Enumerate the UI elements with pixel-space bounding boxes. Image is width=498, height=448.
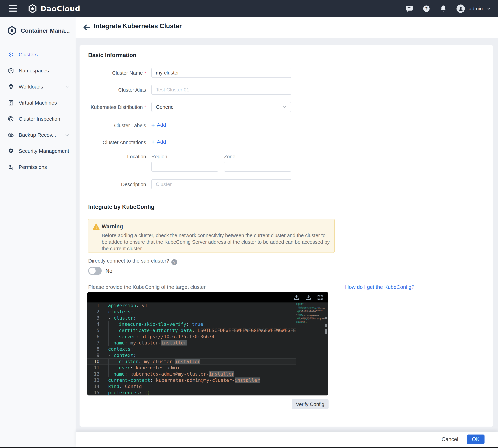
sidebar-item-workloads[interactable]: Workloads: [0, 79, 76, 95]
kubeconfig-code-editor[interactable]: 1apiVersion: v12clusters:3- cluster:4ins…: [87, 292, 328, 396]
sidebar: Container Mana... ClustersNamespacesWork…: [0, 17, 76, 448]
editor-minimap[interactable]: apiVersion: v1clusters:- cluster:insecur…: [296, 303, 325, 396]
menu-hamburger-icon[interactable]: [9, 5, 17, 12]
line-number: 7: [87, 340, 100, 346]
add-cluster-annotation-button[interactable]: +Add: [151, 139, 166, 145]
upload-icon[interactable]: [293, 294, 300, 301]
sidebar-item-clusters[interactable]: Clusters: [0, 47, 76, 63]
minimap-line: certificate-authority-data: LS0TLSCFDFWE…: [296, 308, 325, 309]
warning-alert: Warning Before adding a cluster, check t…: [88, 219, 335, 253]
add-cluster-label-button[interactable]: +Add: [151, 122, 166, 128]
kubernetes-distribution-select[interactable]: Generic: [151, 102, 291, 112]
code-line-8[interactable]: 8contexts:: [87, 346, 296, 352]
virtual-machines-icon: [8, 99, 14, 106]
sidebar-divider: [5, 43, 71, 43]
backup-recovery-icon: [8, 132, 14, 138]
sidebar-item-cluster-inspection[interactable]: Cluster Inspection: [0, 111, 76, 127]
code-area[interactable]: 1apiVersion: v12clusters:3- cluster:4ins…: [87, 303, 328, 396]
minimap-line: kind: Config: [296, 320, 325, 322]
code-text: name: kubernetes-admin@my-cluster-instal…: [108, 371, 234, 377]
code-line-14[interactable]: 14kind: Config: [87, 383, 296, 390]
minimap-line: contexts:: [296, 312, 325, 314]
code-line-2[interactable]: 2clusters:: [87, 309, 296, 315]
zone-input[interactable]: [224, 162, 291, 172]
code-line-4[interactable]: 4insecure-skip-tls-verify: true: [87, 321, 296, 327]
help-circle-icon[interactable]: ?: [171, 259, 177, 265]
line-number: 14: [87, 383, 100, 390]
code-text: current-context: kubernetes-admin@my-clu…: [108, 377, 260, 383]
sidebar-item-label: Permissions: [19, 164, 47, 170]
username: admin: [469, 6, 483, 12]
code-line-5[interactable]: 5certificate-authority-data: LS0TLSCFDFW…: [87, 327, 296, 334]
kubeconfig-provide-label: Please provide the KubeConfig of the tar…: [88, 284, 206, 290]
sidebar-item-label: Cluster Inspection: [19, 116, 60, 122]
indent-guide: [108, 365, 109, 371]
code-line-1[interactable]: 1apiVersion: v1: [87, 303, 296, 309]
line-number: 1: [87, 303, 100, 309]
verify-config-button[interactable]: Verify Config: [292, 399, 329, 409]
cluster-name-input[interactable]: [151, 68, 291, 78]
minimap-line: preferences: {}: [296, 322, 325, 323]
download-icon[interactable]: [305, 294, 312, 301]
minimap-line: clusters:: [296, 304, 325, 305]
brand-logo[interactable]: DaoCloud: [28, 4, 80, 14]
direct-connect-toggle[interactable]: [88, 267, 102, 275]
minimap-line: name: my-cluster-installer: [296, 311, 325, 312]
ok-button[interactable]: OK: [467, 434, 484, 444]
code-line-13[interactable]: 13current-context: kubernetes-admin@my-c…: [87, 377, 296, 383]
code-line-3[interactable]: 3- cluster:: [87, 315, 296, 321]
code-line-7[interactable]: 7name: my-cluster-installer: [87, 340, 296, 346]
toggle-state-label: No: [105, 268, 112, 274]
line-number: 12: [87, 371, 100, 377]
code-line-12[interactable]: 12name: kubernetes-admin@my-cluster-inst…: [87, 371, 296, 377]
code-text: certificate-authority-data: LS0TLSCFDFWE…: [108, 327, 296, 334]
fullscreen-icon[interactable]: [317, 294, 323, 301]
messages-icon[interactable]: [406, 5, 413, 13]
user-menu[interactable]: admin: [456, 4, 491, 13]
required-asterisk: *: [144, 104, 146, 110]
cluster-alias-input[interactable]: [151, 85, 291, 95]
chevron-down-icon: [65, 133, 69, 137]
code-line-6[interactable]: 6server: https://10.6.175.130:36674: [87, 334, 296, 340]
help-icon[interactable]: ?: [423, 5, 430, 13]
sidebar-item-virtual-machines[interactable]: Virtual Machines: [0, 95, 76, 111]
notifications-bell-icon[interactable]: [440, 5, 447, 13]
kubeconfig-help-link[interactable]: How do I get the KubeConfig?: [345, 284, 414, 290]
sidebar-item-label: Workloads: [19, 84, 43, 90]
region-input[interactable]: [151, 162, 218, 172]
action-footer: Cancel OK: [76, 432, 498, 447]
minimap-line: name: kubernetes-admin@my-cluster-instal…: [296, 318, 325, 319]
code-line-11[interactable]: 11user: kubernetes-admin: [87, 365, 296, 371]
description-input[interactable]: [151, 179, 291, 189]
sidebar-item-backup-recov[interactable]: Backup Recov...: [0, 127, 76, 143]
cluster-name-label: Cluster Name*: [80, 70, 146, 76]
region-label: Region: [151, 154, 167, 160]
sidebar-item-label: Virtual Machines: [19, 100, 57, 106]
minimap-line: server: https://10.6.175.130:36674: [296, 309, 325, 311]
clusters-icon: [8, 51, 14, 58]
sidebar-item-security-management[interactable]: Security Management: [0, 143, 76, 159]
code-line-15[interactable]: 15preferences: {}: [87, 390, 296, 396]
description-label: Description: [80, 182, 146, 187]
cancel-button[interactable]: Cancel: [442, 435, 458, 444]
back-arrow-icon[interactable]: [82, 23, 91, 32]
code-line-9[interactable]: 9- context:: [87, 352, 296, 358]
chevron-down-icon: [487, 6, 491, 11]
editor-toolbar: [87, 292, 328, 303]
line-number: 5: [87, 327, 100, 334]
scrollbar-mark: [325, 329, 327, 334]
product-switcher[interactable]: Container Mana...: [0, 17, 76, 36]
kubernetes-distribution-label: Kubernetes Distribution*: [80, 104, 146, 110]
indent-guide: [108, 321, 109, 327]
code-text: name: my-cluster-installer: [108, 340, 187, 346]
daocloud-logo-icon: [28, 4, 37, 14]
sidebar-item-namespaces[interactable]: Namespaces: [0, 63, 76, 79]
code-line-10[interactable]: 10cluster: my-cluster-installer: [87, 358, 296, 365]
sidebar-item-permissions[interactable]: Permissions: [0, 159, 76, 175]
cluster-inspection-icon: [8, 116, 14, 122]
permissions-icon: [8, 164, 14, 170]
required-asterisk: *: [144, 70, 146, 76]
svg-text:?: ?: [425, 6, 428, 11]
brand-name: DaoCloud: [40, 4, 80, 13]
editor-scrollbar[interactable]: [325, 303, 327, 396]
